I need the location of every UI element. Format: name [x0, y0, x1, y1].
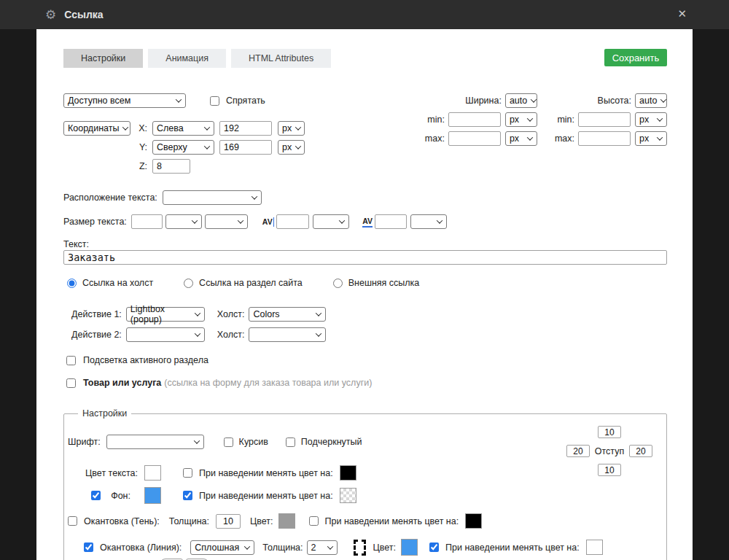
width-max-unit-select[interactable]: px [505, 131, 537, 146]
width-max-input[interactable] [448, 131, 501, 146]
line-hover-checkbox[interactable] [429, 542, 439, 552]
height-max-unit-select[interactable]: px [635, 131, 667, 146]
link-type-canvas-radio[interactable] [67, 279, 77, 288]
hide-checkbox[interactable] [210, 96, 219, 106]
line-color-swatch[interactable] [401, 539, 418, 556]
hover-label: При наведении менять цвет на: [445, 542, 580, 553]
y-anchor-select[interactable]: Сверху [152, 140, 214, 155]
padding-left-input[interactable] [566, 445, 590, 457]
shadow-color-label: Цвет: [250, 516, 273, 526]
text-color-label: Цвет текста: [85, 468, 138, 478]
line-border-checkbox[interactable] [84, 542, 93, 552]
chevron-down-icon [316, 310, 321, 316]
shadow-checkbox[interactable] [68, 516, 77, 526]
product-row: Товар или услуга (ссылка на форму для за… [66, 378, 667, 388]
x-unit-select[interactable]: px [278, 121, 305, 136]
highlight-section-checkbox[interactable] [66, 356, 76, 365]
text-size-mode-select[interactable] [205, 214, 248, 229]
text-color-hover-group: При наведении менять цвет на: [183, 465, 356, 481]
canvas2-select[interactable] [249, 327, 326, 342]
width-group: Ширина: auto min: px max: [425, 93, 537, 150]
line-thickness-select[interactable]: 2 [307, 540, 338, 555]
padding-label: Отступ [595, 446, 624, 456]
background-row: Фон: При наведении менять цвет на: [68, 487, 655, 504]
text-size-unit-select[interactable] [165, 214, 202, 229]
tab-html-attributes[interactable]: HTML Attributes [231, 49, 331, 68]
chevron-down-icon [195, 310, 200, 316]
line-height-input[interactable] [276, 214, 309, 229]
tab-animation[interactable]: Анимация [148, 49, 226, 68]
dialog-title: Ссылка [64, 9, 103, 20]
link-text-input[interactable] [63, 250, 667, 265]
y-value-input[interactable] [219, 140, 272, 155]
font-select[interactable] [106, 435, 204, 449]
text-position-row: Расположение текста: [63, 190, 667, 205]
text-color-swatch[interactable] [144, 465, 161, 481]
height-max-input[interactable] [578, 131, 631, 146]
x-anchor-select[interactable]: Слева [152, 121, 214, 136]
x-value-input[interactable] [219, 121, 272, 136]
width-select[interactable]: auto [505, 93, 537, 108]
height-select[interactable]: auto [635, 93, 667, 108]
size-block: Ширина: auto min: px max: [425, 93, 667, 150]
y-coordinate-row: Y: Сверху px [137, 140, 305, 155]
save-button[interactable]: Сохранить [604, 49, 667, 66]
link-type-section-label: Ссылка на раздел сайта [199, 278, 303, 288]
shadow-hover-swatch[interactable] [465, 513, 482, 529]
y-unit-select[interactable]: px [278, 140, 305, 155]
underline-checkbox[interactable] [286, 438, 295, 447]
text-size-input[interactable] [131, 214, 163, 229]
width-min-input[interactable] [448, 112, 501, 127]
letter-spacing-input[interactable] [375, 214, 407, 229]
height-label: Высота: [598, 96, 631, 106]
close-icon[interactable]: ✕ [677, 7, 687, 20]
padding-right-input[interactable] [629, 445, 652, 457]
action1-select[interactable]: Lightbox (popup) [126, 307, 205, 322]
font-label: Шрифт: [68, 437, 101, 447]
height-min-input[interactable] [578, 112, 631, 127]
shadow-color-swatch[interactable] [278, 513, 295, 529]
height-min-unit-select[interactable]: px [635, 112, 667, 127]
italic-checkbox[interactable] [224, 438, 233, 447]
visibility-select[interactable]: Доступно всем [63, 93, 186, 108]
z-value-input[interactable] [152, 159, 190, 174]
canvas2-label: Холст: [217, 330, 245, 340]
tab-settings[interactable]: Настройки [63, 49, 143, 68]
link-type-external-radio[interactable] [333, 279, 343, 288]
italic-label: Курсив [239, 437, 268, 447]
link-type-section-radio[interactable] [184, 279, 193, 288]
shadow-hover-checkbox[interactable] [309, 516, 319, 526]
height-group: Высота: auto min: px max: [555, 93, 667, 150]
bg-hover-checkbox[interactable] [183, 491, 192, 500]
link-type-row: Ссылка на холст Ссылка на раздел сайта В… [67, 278, 667, 288]
bg-color-swatch[interactable] [144, 487, 161, 504]
text-position-select[interactable] [163, 190, 262, 205]
chevron-down-icon [295, 143, 301, 149]
text-color-hover-swatch[interactable] [340, 465, 356, 481]
shadow-row: Окантовка (Тень): Толщина: Цвет: При нав… [68, 513, 655, 529]
canvas1-select[interactable]: Colors [249, 307, 326, 322]
background-checkbox[interactable] [91, 491, 101, 500]
padding-bottom-input[interactable] [598, 464, 621, 476]
line-style-select[interactable]: Сплошная [190, 540, 254, 555]
text-color-hover-checkbox[interactable] [183, 468, 192, 478]
chevron-down-icon [176, 96, 182, 102]
product-label: Товар или услуга [83, 378, 161, 388]
padding-top-input[interactable] [598, 426, 621, 438]
chevron-down-icon [327, 543, 332, 549]
chevron-down-icon [660, 96, 666, 102]
line-hover-group: При наведении менять цвет на: [429, 540, 603, 555]
hover-label: При наведении менять цвет на: [199, 491, 333, 501]
action2-select[interactable] [126, 327, 205, 342]
bg-hover-swatch[interactable] [340, 488, 356, 503]
line-height-unit-select[interactable] [313, 214, 349, 229]
line-hover-swatch[interactable] [586, 540, 603, 555]
position-mode-select[interactable]: Координаты [63, 121, 130, 136]
action2-label: Действие 2: [71, 330, 122, 340]
letter-spacing-unit-select[interactable] [410, 214, 447, 229]
shadow-thickness-input[interactable] [216, 514, 241, 529]
width-min-unit-select[interactable]: px [505, 112, 537, 127]
chevron-down-icon [531, 96, 537, 102]
product-checkbox[interactable] [66, 378, 76, 388]
height-max-label: max: [555, 133, 574, 144]
